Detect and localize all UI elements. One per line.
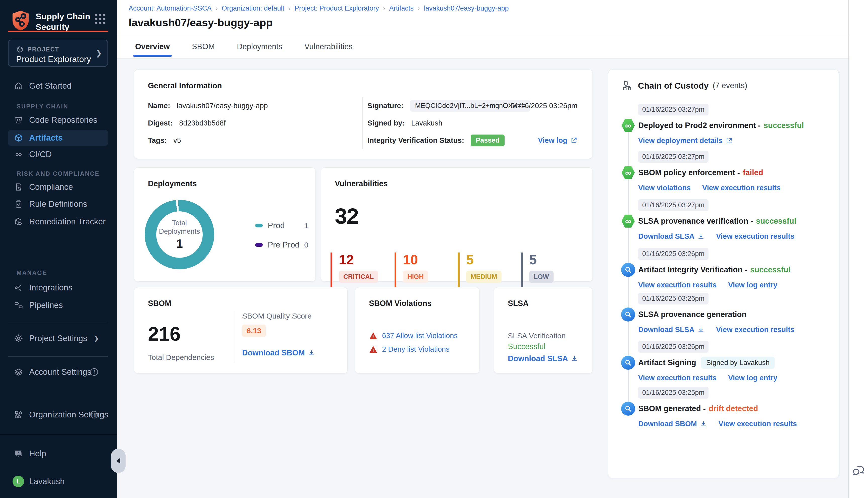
- timeline-event: 01/16/2025 03:27pm ∞ SBOM policy enforce…: [621, 151, 829, 192]
- sidebar-item-help[interactable]: ? Help: [8, 446, 108, 462]
- severity-medium: 5 MEDIUM: [458, 252, 517, 290]
- divider: [362, 97, 363, 149]
- tab-overview[interactable]: Overview: [135, 35, 170, 58]
- allow-list-violations-link[interactable]: 637 Allow list Violations: [382, 331, 458, 340]
- events-count: (7 events): [713, 81, 747, 90]
- sidebar-item-cicd[interactable]: CI/CD: [8, 146, 108, 162]
- card-title: Chain of Custody: [638, 81, 709, 91]
- main-content: General Information Name:lavakush07/easy…: [117, 58, 848, 498]
- digest-value: 8d23bd3b5d8f: [179, 119, 225, 127]
- artifact-name-value: lavakush07/easy-buggy-app: [177, 102, 268, 110]
- sidebar-item-integrations[interactable]: Integrations: [8, 280, 108, 296]
- event-timestamp: 01/16/2025 03:26pm: [638, 293, 709, 304]
- view-log-link[interactable]: View log: [538, 136, 578, 145]
- tab-sbom[interactable]: SBOM: [192, 35, 215, 58]
- breadcrumb-organization[interactable]: Organization: default: [222, 4, 284, 12]
- sidebar-item-remediation-tracker[interactable]: Remediation Tracker: [8, 214, 108, 230]
- timeline-event: 01/16/2025 03:26pm SLSA provenance gener…: [621, 293, 829, 334]
- project-name: Product Exploratory: [16, 54, 91, 64]
- total-dependencies-label: Total Dependencies: [148, 353, 214, 362]
- cube-icon: [16, 46, 24, 53]
- project-selector[interactable]: PROJECT Product Exploratory ❯: [8, 40, 108, 67]
- sbom-quality-score-value: 6.13: [242, 325, 266, 337]
- divider: [235, 311, 235, 363]
- breadcrumb-account[interactable]: Account: Automation-SSCA: [129, 4, 211, 12]
- section-supply-chain: SUPPLY CHAIN: [16, 103, 68, 110]
- sidebar-item-project-settings[interactable]: Project Settings ❯: [8, 330, 108, 346]
- integrity-status-label: Integrity Verification Status:: [367, 136, 464, 145]
- section-risk-compliance: RISK AND COMPLIANCE: [16, 170, 100, 177]
- signed-by-badge: Signed by Lavakush: [701, 357, 775, 369]
- vulnerabilities-total: 32: [335, 203, 359, 229]
- breadcrumb-artifact[interactable]: lavakush07/easy-buggy-app: [424, 4, 509, 12]
- feedback-chat-icon[interactable]: [852, 465, 865, 477]
- compliance-doc-icon: [14, 183, 23, 192]
- sidebar-item-pipelines[interactable]: Pipelines: [8, 297, 108, 313]
- view-execution-results-link[interactable]: View execution results: [716, 232, 794, 240]
- tags-value: v5: [173, 136, 181, 145]
- module-grid-icon[interactable]: [95, 14, 105, 24]
- view-execution-results-link[interactable]: View execution results: [638, 374, 716, 382]
- timeline-event: 01/16/2025 03:27pm ∞ Deployed to Prod2 e…: [621, 104, 829, 145]
- signature-timestamp: 01/16/2025 03:26pm: [510, 102, 578, 110]
- view-violations-link[interactable]: View violations: [638, 184, 691, 192]
- view-execution-results-link[interactable]: View execution results: [638, 281, 716, 289]
- download-icon: [308, 350, 315, 356]
- sidebar-item-account-settings[interactable]: Account Settings i: [8, 364, 108, 380]
- sidebar-item-get-started[interactable]: Get Started: [8, 78, 108, 94]
- view-log-entry-link[interactable]: View log entry: [728, 281, 777, 289]
- page-header: Account: Automation-SSCA› Organization: …: [117, 0, 848, 35]
- donut-legend: Prod 1 Pre Prod 0: [255, 221, 308, 260]
- avatar: L: [13, 476, 24, 487]
- timeline-event: 01/16/2025 03:26pm Artifact Integrity Ve…: [621, 248, 829, 289]
- event-status: successful: [756, 217, 796, 226]
- view-execution-results-link[interactable]: View execution results: [702, 184, 781, 192]
- download-slsa-link[interactable]: Download SLSA: [638, 232, 704, 240]
- divider: [8, 323, 108, 323]
- shield-logo-icon: [11, 10, 30, 31]
- view-execution-results-link[interactable]: View execution results: [716, 326, 794, 334]
- event-timestamp: 01/16/2025 03:26pm: [638, 248, 709, 260]
- tab-deployments[interactable]: Deployments: [237, 35, 282, 58]
- breadcrumb-project[interactable]: Project: Product Exploratory: [295, 4, 379, 12]
- prod-swatch: [255, 224, 263, 227]
- download-sbom-link[interactable]: Download SBOM: [638, 420, 707, 428]
- card-title: Vulnerabilities: [335, 179, 388, 188]
- integrations-icon: [14, 283, 23, 292]
- event-timestamp: 01/16/2025 03:26pm: [638, 341, 709, 353]
- sidebar-item-rule-definitions[interactable]: Rule Definitions: [8, 196, 108, 212]
- total-deployments-value: 1: [176, 237, 183, 250]
- download-sbom-link[interactable]: Download SBOM: [242, 349, 315, 357]
- app-logo[interactable]: Supply Chain Security: [11, 10, 90, 32]
- event-status: successful: [750, 265, 790, 274]
- user-menu[interactable]: L Lavakush: [8, 473, 108, 489]
- tab-vulnerabilities[interactable]: Vulnerabilities: [305, 35, 353, 58]
- sidebar-item-compliance[interactable]: Compliance: [8, 179, 108, 195]
- sidebar-item-code-repositories[interactable]: Code Repositories: [8, 112, 108, 128]
- help-chat-icon: ?: [14, 449, 23, 458]
- download-slsa-link[interactable]: Download SLSA: [638, 326, 704, 334]
- app-title: Supply Chain Security: [36, 10, 90, 32]
- download-icon: [698, 326, 704, 333]
- breadcrumb-artifacts[interactable]: Artifacts: [389, 4, 414, 12]
- info-icon[interactable]: i: [90, 411, 98, 418]
- sidebar-collapse-handle[interactable]: [111, 449, 126, 473]
- download-slsa-link[interactable]: Download SLSA: [508, 354, 578, 363]
- sidebar-item-artifacts[interactable]: Artifacts: [8, 130, 108, 146]
- deny-list-violations-link[interactable]: 2 Deny list Violations: [382, 345, 450, 353]
- download-icon: [698, 233, 704, 240]
- rule-definitions-clipboard-icon: [14, 199, 23, 209]
- sbom-violations-card: SBOM Violations ! 637 Allow list Violati…: [355, 287, 480, 374]
- card-title: SLSA: [508, 299, 529, 308]
- view-deployment-details-link[interactable]: View deployment details: [638, 136, 733, 145]
- remediation-tracker-icon: [14, 217, 23, 226]
- card-title: SBOM: [148, 299, 171, 308]
- info-icon[interactable]: i: [90, 368, 98, 376]
- sidebar-item-organization-settings[interactable]: Organization Settings i: [8, 407, 108, 423]
- view-log-entry-link[interactable]: View log entry: [728, 374, 777, 382]
- section-manage: MANAGE: [16, 269, 47, 276]
- collapse-arrow-icon: [116, 458, 120, 464]
- signed-by-label: Signed by:: [367, 119, 405, 127]
- view-execution-results-link[interactable]: View execution results: [718, 420, 797, 428]
- organization-settings-icon: [14, 410, 23, 419]
